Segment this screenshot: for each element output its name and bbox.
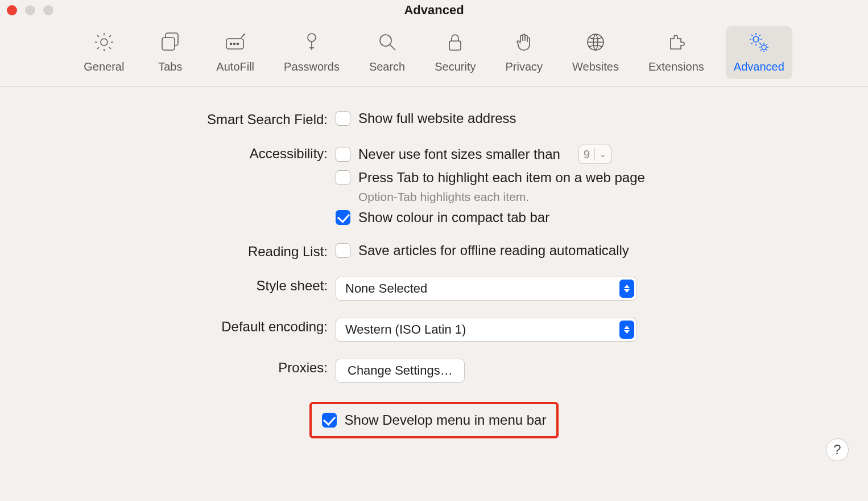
tab-label: Passwords: [284, 60, 340, 73]
chevron-down-icon: ⌄: [600, 150, 606, 159]
font-size-stepper[interactable]: 9 ⌄: [578, 145, 611, 164]
show-develop-checkbox[interactable]: [322, 413, 337, 428]
show-colour-checkbox[interactable]: [336, 210, 350, 225]
font-size-value: 9: [584, 148, 590, 161]
develop-highlight: Show Develop menu in menu bar: [309, 402, 559, 438]
tab-label: AutoFill: [216, 60, 254, 73]
advanced-pane: Smart Search Field: Show full website ad…: [0, 87, 868, 461]
tabs-icon: [159, 31, 181, 56]
press-tab-hint: Option-Tab highlights each item.: [358, 190, 645, 204]
gears-icon: [747, 31, 770, 56]
press-tab-text: Press Tab to highlight each item on a we…: [358, 170, 645, 186]
globe-icon: [584, 31, 607, 56]
save-offline-text: Save articles for offline reading automa…: [358, 243, 629, 258]
show-full-address-text: Show full website address: [358, 110, 516, 126]
tab-label: General: [84, 60, 124, 73]
tab-autofill[interactable]: AutoFill: [208, 26, 262, 79]
tab-tabs[interactable]: Tabs: [146, 26, 195, 79]
tab-privacy[interactable]: Privacy: [498, 26, 551, 79]
default-encoding-select[interactable]: Western (ISO Latin 1): [336, 318, 637, 342]
help-label: ?: [833, 442, 841, 458]
svg-point-6: [308, 34, 316, 42]
tab-websites[interactable]: Websites: [564, 26, 627, 79]
accessibility-label: Accessibility:: [34, 145, 336, 162]
svg-point-7: [380, 35, 391, 46]
svg-rect-1: [162, 38, 175, 50]
svg-point-10: [753, 36, 759, 42]
press-tab-checkbox[interactable]: [336, 170, 350, 185]
style-sheet-label: Style sheet:: [34, 277, 336, 294]
tab-extensions[interactable]: Extensions: [640, 26, 712, 79]
change-settings-button[interactable]: Change Settings…: [336, 359, 465, 383]
svg-point-0: [101, 39, 108, 46]
svg-rect-8: [449, 41, 461, 50]
never-smaller-text: Never use font sizes smaller than: [358, 146, 560, 162]
never-smaller-checkbox[interactable]: [336, 147, 350, 162]
help-button[interactable]: ?: [826, 438, 849, 461]
proxies-label: Proxies:: [34, 359, 336, 376]
hand-icon: [512, 31, 535, 56]
svg-point-5: [237, 43, 238, 45]
zoom-window-button[interactable]: [43, 5, 53, 15]
show-colour-text: Show colour in compact tab bar: [358, 210, 549, 225]
autofill-icon: [224, 31, 247, 56]
window-titlebar: Advanced: [0, 0, 868, 20]
default-encoding-value: Western (ISO Latin 1): [345, 322, 466, 337]
default-encoding-label: Default encoding:: [34, 318, 336, 335]
save-offline-checkbox[interactable]: [336, 243, 350, 258]
gear-icon: [93, 31, 115, 56]
tab-label: Advanced: [734, 60, 784, 73]
show-develop-text: Show Develop menu in menu bar: [345, 412, 547, 428]
key-icon: [300, 31, 323, 56]
svg-point-11: [762, 45, 766, 50]
traffic-lights: [7, 5, 53, 15]
style-sheet-value: None Selected: [345, 281, 427, 296]
select-arrows-icon: [619, 280, 634, 298]
svg-point-4: [233, 43, 235, 45]
tab-label: Websites: [572, 60, 619, 73]
tab-general[interactable]: General: [76, 26, 132, 79]
smart-search-label: Smart Search Field:: [34, 110, 336, 128]
lock-icon: [444, 31, 466, 56]
puzzle-icon: [665, 31, 688, 56]
tab-search[interactable]: Search: [361, 26, 413, 79]
style-sheet-select[interactable]: None Selected: [336, 277, 637, 301]
tab-label: Privacy: [506, 60, 543, 73]
svg-point-3: [230, 43, 232, 45]
search-icon: [376, 31, 399, 56]
tab-label: Extensions: [648, 60, 704, 73]
show-full-address-checkbox[interactable]: [336, 111, 350, 126]
reading-list-label: Reading List:: [34, 243, 336, 260]
tab-label: Security: [435, 60, 476, 73]
tab-advanced[interactable]: Advanced: [726, 26, 792, 79]
close-window-button[interactable]: [7, 5, 17, 15]
minimize-window-button[interactable]: [25, 5, 35, 15]
change-settings-label: Change Settings…: [348, 363, 453, 378]
tab-security[interactable]: Security: [427, 26, 483, 79]
tab-passwords[interactable]: Passwords: [276, 26, 348, 79]
select-arrows-icon: [619, 321, 634, 339]
tab-label: Tabs: [158, 60, 182, 73]
window-title: Advanced: [0, 3, 868, 18]
preferences-toolbar: General Tabs AutoFill Passwords Search S…: [0, 20, 868, 87]
tab-label: Search: [369, 60, 405, 73]
